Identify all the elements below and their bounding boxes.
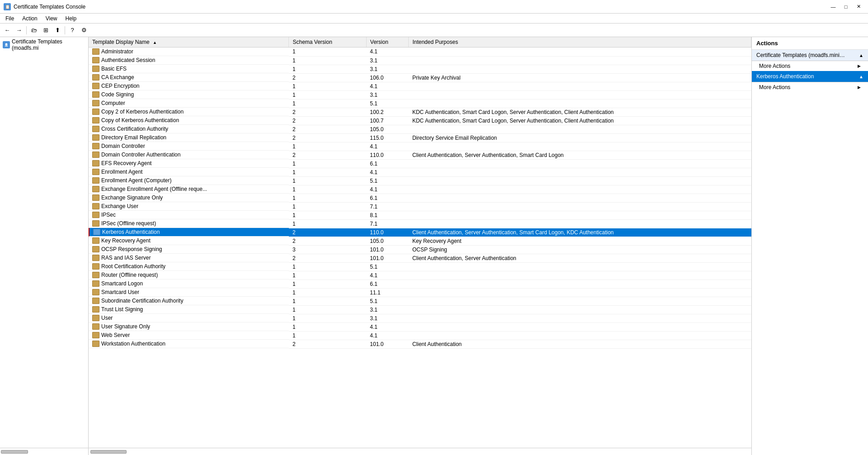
view-button[interactable]: ⊞: [40, 25, 51, 36]
cell-name-text: Workstation Authentication: [101, 341, 165, 347]
help-button[interactable]: ?: [67, 25, 78, 36]
row-icon: [92, 186, 99, 192]
col-header-name[interactable]: Template Display Name ▲: [89, 37, 289, 47]
table-row[interactable]: Administrator14.1: [89, 47, 751, 57]
minimize-button[interactable]: —: [827, 2, 839, 11]
table-row[interactable]: Kerberos Authentication2110.0Client Auth…: [89, 228, 751, 237]
actions-item-0-0[interactable]: More Actions▶: [752, 61, 868, 71]
table-row[interactable]: OCSP Response Signing3101.0OCSP Signing: [89, 245, 751, 254]
cell-purposes: [409, 176, 751, 185]
row-icon: [92, 323, 99, 330]
table-row[interactable]: Enrollment Agent (Computer)15.1: [89, 176, 751, 185]
table-row[interactable]: Authenticated Session13.1: [89, 56, 751, 65]
cell-name-text: OCSP Response Signing: [101, 246, 162, 252]
template-table-container[interactable]: Template Display Name ▲ Schema Version V…: [89, 37, 751, 448]
export-button[interactable]: ⬆: [52, 25, 63, 36]
cell-version: 105.0: [366, 125, 409, 133]
table-row[interactable]: Root Certification Authority15.1: [89, 262, 751, 271]
table-row[interactable]: Trust List Signing13.1: [89, 305, 751, 314]
nav-scrollbar[interactable]: [0, 448, 88, 455]
forward-button[interactable]: →: [14, 25, 24, 36]
table-row[interactable]: Code Signing13.1: [89, 90, 751, 99]
table-row[interactable]: RAS and IAS Server2101.0Client Authentic…: [89, 254, 751, 262]
table-row[interactable]: Basic EFS13.1: [89, 65, 751, 73]
cell-purposes: [409, 305, 751, 314]
table-row[interactable]: Computer15.1: [89, 99, 751, 108]
table-row[interactable]: IPSec18.1: [89, 211, 751, 219]
table-header-row: Template Display Name ▲ Schema Version V…: [89, 37, 751, 47]
table-row[interactable]: CA Exchange2106.0Private Key Archival: [89, 73, 751, 82]
menu-view[interactable]: View: [42, 14, 61, 23]
table-row[interactable]: Router (Offline request)14.1: [89, 271, 751, 280]
table-row[interactable]: User13.1: [89, 314, 751, 322]
cell-schema: 1: [289, 159, 366, 168]
cell-name-text: Exchange User: [101, 203, 138, 209]
cell-purposes: [409, 47, 751, 57]
nav-certificate-templates[interactable]: Certificate Templates (moadfs.mi: [0, 37, 88, 52]
cell-name-text: Root Certification Authority: [101, 263, 165, 270]
cell-schema: 2: [289, 133, 366, 142]
cell-name-text: Domain Controller: [101, 143, 145, 149]
table-row[interactable]: Exchange Signature Only16.1: [89, 194, 751, 202]
content-scroll-thumb[interactable]: [90, 450, 127, 454]
cell-purposes: [409, 202, 751, 211]
table-row[interactable]: IPSec (Offline request)17.1: [89, 219, 751, 228]
maximize-button[interactable]: □: [840, 2, 852, 11]
cell-name-text: IPSec: [101, 212, 116, 218]
actions-section-title-0[interactable]: Certificate Templates (moadfs.miniorange…: [752, 50, 868, 61]
cell-version: 5.1: [366, 176, 409, 185]
table-row[interactable]: Web Server14.1: [89, 331, 751, 340]
cell-schema: 1: [289, 202, 366, 211]
table-row[interactable]: Smartcard Logon16.1: [89, 280, 751, 288]
table-row[interactable]: Subordinate Certification Authority15.1: [89, 297, 751, 305]
table-row[interactable]: Domain Controller14.1: [89, 142, 751, 151]
nav-scroll[interactable]: Certificate Templates (moadfs.mi: [0, 37, 88, 448]
content-scrollbar[interactable]: [89, 448, 751, 455]
actions-section-title-1[interactable]: Kerberos Authentication▲: [752, 71, 868, 82]
table-row[interactable]: Smartcard User111.1: [89, 288, 751, 297]
table-row[interactable]: EFS Recovery Agent16.1: [89, 159, 751, 168]
nav-cert-icon: [3, 41, 10, 48]
table-row[interactable]: Copy of Kerberos Authentication2100.7KDC…: [89, 116, 751, 125]
row-icon: [92, 109, 99, 115]
cell-version: 3.1: [366, 56, 409, 65]
table-row[interactable]: Workstation Authentication2101.0Client A…: [89, 340, 751, 348]
sort-arrow-name: ▲: [153, 40, 157, 45]
table-row[interactable]: Cross Certification Authority2105.0: [89, 125, 751, 133]
col-header-schema[interactable]: Schema Version: [289, 37, 366, 47]
nav-scroll-thumb[interactable]: [1, 450, 28, 454]
menu-action[interactable]: Action: [19, 14, 41, 23]
col-header-version[interactable]: Version: [366, 37, 409, 47]
actions-item-1-0[interactable]: More Actions▶: [752, 82, 868, 92]
cell-name-text: IPSec (Offline request): [101, 220, 156, 227]
menu-help[interactable]: Help: [62, 14, 80, 23]
folder-button[interactable]: 🗁: [28, 25, 39, 36]
table-row[interactable]: CEP Encryption14.1: [89, 82, 751, 90]
table-row[interactable]: Key Recovery Agent2105.0Key Recovery Age…: [89, 237, 751, 245]
cell-schema: 2: [289, 125, 366, 133]
actions-item-label-1-0: More Actions: [759, 84, 790, 90]
table-row[interactable]: Directory Email Replication2115.0Directo…: [89, 133, 751, 142]
cell-version: 7.1: [366, 219, 409, 228]
cell-schema: 1: [289, 142, 366, 151]
close-button[interactable]: ✕: [853, 2, 864, 11]
cell-schema: 1: [289, 168, 366, 176]
cell-name-text: Cross Certification Authority: [101, 126, 168, 132]
back-button[interactable]: ←: [2, 25, 13, 36]
settings-button[interactable]: ⚙: [79, 25, 90, 36]
cell-schema: 3: [289, 245, 366, 254]
table-row[interactable]: User Signature Only14.1: [89, 322, 751, 331]
cell-purposes: [409, 331, 751, 340]
cell-name-text: RAS and IAS Server: [101, 255, 151, 261]
table-row[interactable]: Enrollment Agent14.1: [89, 168, 751, 176]
cell-name: Subordinate Certification Authority: [89, 297, 289, 305]
table-row[interactable]: Domain Controller Authentication2110.0Cl…: [89, 151, 751, 159]
table-row[interactable]: Copy 2 of Kerberos Authentication2100.2K…: [89, 108, 751, 116]
cell-name: Enrollment Agent (Computer): [89, 176, 289, 185]
col-header-purposes[interactable]: Intended Purposes: [409, 37, 751, 47]
table-row[interactable]: Exchange Enrollment Agent (Offline reque…: [89, 185, 751, 194]
svg-rect-2: [5, 46, 8, 47]
menu-file[interactable]: File: [2, 14, 18, 23]
actions-item-arrow-0-0: ▶: [858, 64, 861, 68]
table-row[interactable]: Exchange User17.1: [89, 202, 751, 211]
